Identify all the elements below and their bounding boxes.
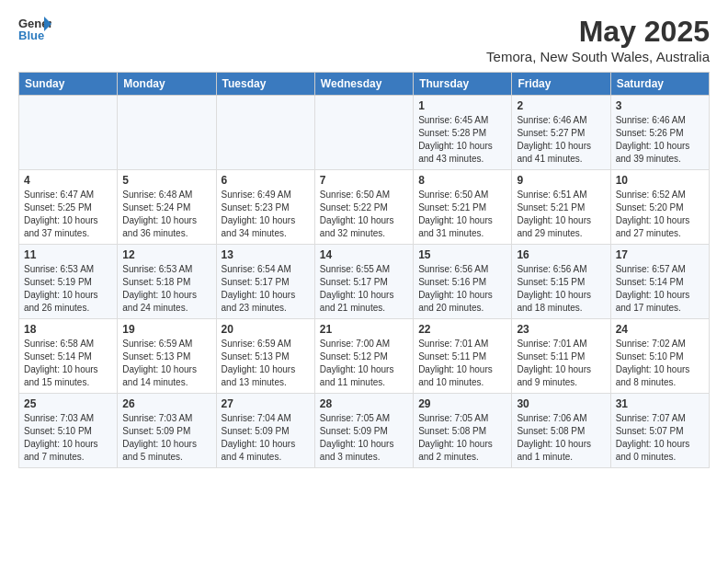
header-row: Sunday Monday Tuesday Wednesday Thursday… xyxy=(19,73,710,96)
cell-w1-d1 xyxy=(118,96,216,170)
day-info: Sunrise: 6:57 AMSunset: 5:14 PMDaylight:… xyxy=(616,263,704,315)
day-number: 26 xyxy=(122,397,210,410)
cell-w2-d3: 7Sunrise: 6:50 AMSunset: 5:22 PMDaylight… xyxy=(314,170,413,245)
cell-w1-d3 xyxy=(314,96,413,170)
day-info: Sunrise: 6:53 AMSunset: 5:19 PMDaylight:… xyxy=(24,263,112,315)
day-number: 3 xyxy=(616,99,704,112)
day-info: Sunrise: 6:55 AMSunset: 5:17 PMDaylight:… xyxy=(320,263,408,315)
day-number: 11 xyxy=(24,248,112,261)
col-thursday: Thursday xyxy=(414,73,512,96)
day-info: Sunrise: 6:47 AMSunset: 5:25 PMDaylight:… xyxy=(24,189,112,240)
cell-w5-d5: 30Sunrise: 7:06 AMSunset: 5:08 PMDayligh… xyxy=(512,394,610,468)
cell-w5-d4: 29Sunrise: 7:05 AMSunset: 5:08 PMDayligh… xyxy=(414,394,512,468)
day-number: 15 xyxy=(418,248,506,261)
cell-w4-d3: 21Sunrise: 7:00 AMSunset: 5:12 PMDayligh… xyxy=(314,319,413,394)
day-info: Sunrise: 7:07 AMSunset: 5:07 PMDaylight:… xyxy=(616,412,704,464)
day-number: 2 xyxy=(517,99,605,112)
day-info: Sunrise: 6:45 AMSunset: 5:28 PMDaylight:… xyxy=(418,114,506,166)
day-number: 20 xyxy=(222,323,310,336)
day-info: Sunrise: 6:56 AMSunset: 5:16 PMDaylight:… xyxy=(418,263,506,315)
day-info: Sunrise: 6:50 AMSunset: 5:22 PMDaylight:… xyxy=(320,189,408,240)
cell-w3-d2: 13Sunrise: 6:54 AMSunset: 5:17 PMDayligh… xyxy=(216,245,314,319)
day-info: Sunrise: 6:46 AMSunset: 5:27 PMDaylight:… xyxy=(517,114,605,166)
week-row-4: 18Sunrise: 6:58 AMSunset: 5:14 PMDayligh… xyxy=(19,319,710,394)
day-number: 6 xyxy=(222,174,310,187)
cell-w4-d2: 20Sunrise: 6:59 AMSunset: 5:13 PMDayligh… xyxy=(216,319,314,394)
col-friday: Friday xyxy=(512,73,610,96)
cell-w3-d0: 11Sunrise: 6:53 AMSunset: 5:19 PMDayligh… xyxy=(19,245,118,319)
week-row-5: 25Sunrise: 7:03 AMSunset: 5:10 PMDayligh… xyxy=(19,394,710,468)
svg-text:Blue: Blue xyxy=(18,29,44,42)
title-area: May 2025 Temora, New South Wales, Austra… xyxy=(486,15,710,64)
day-info: Sunrise: 6:59 AMSunset: 5:13 PMDaylight:… xyxy=(222,338,310,389)
day-info: Sunrise: 7:01 AMSunset: 5:11 PMDaylight:… xyxy=(418,338,506,389)
day-info: Sunrise: 6:59 AMSunset: 5:13 PMDaylight:… xyxy=(122,338,210,389)
day-info: Sunrise: 6:48 AMSunset: 5:24 PMDaylight:… xyxy=(122,189,210,240)
cell-w2-d6: 10Sunrise: 6:52 AMSunset: 5:20 PMDayligh… xyxy=(610,170,709,245)
cell-w5-d2: 27Sunrise: 7:04 AMSunset: 5:09 PMDayligh… xyxy=(216,394,314,468)
cell-w5-d0: 25Sunrise: 7:03 AMSunset: 5:10 PMDayligh… xyxy=(19,394,118,468)
day-number: 27 xyxy=(222,397,310,410)
col-tuesday: Tuesday xyxy=(216,73,314,96)
day-info: Sunrise: 6:52 AMSunset: 5:20 PMDaylight:… xyxy=(616,189,704,240)
day-number: 17 xyxy=(616,248,704,261)
day-info: Sunrise: 7:03 AMSunset: 5:10 PMDaylight:… xyxy=(24,412,112,464)
day-number: 24 xyxy=(616,323,704,336)
day-number: 18 xyxy=(24,323,112,336)
day-number: 1 xyxy=(418,99,506,112)
calendar-table: Sunday Monday Tuesday Wednesday Thursday… xyxy=(18,72,710,468)
cell-w4-d1: 19Sunrise: 6:59 AMSunset: 5:13 PMDayligh… xyxy=(118,319,216,394)
cell-w5-d1: 26Sunrise: 7:03 AMSunset: 5:09 PMDayligh… xyxy=(118,394,216,468)
day-info: Sunrise: 7:00 AMSunset: 5:12 PMDaylight:… xyxy=(320,338,408,389)
cell-w2-d0: 4Sunrise: 6:47 AMSunset: 5:25 PMDaylight… xyxy=(19,170,118,245)
cell-w1-d6: 3Sunrise: 6:46 AMSunset: 5:26 PMDaylight… xyxy=(610,96,709,170)
day-info: Sunrise: 7:02 AMSunset: 5:10 PMDaylight:… xyxy=(616,338,704,389)
cell-w2-d2: 6Sunrise: 6:49 AMSunset: 5:23 PMDaylight… xyxy=(216,170,314,245)
page-title: May 2025 xyxy=(486,15,710,49)
day-number: 23 xyxy=(517,323,605,336)
day-number: 19 xyxy=(122,323,210,336)
day-number: 7 xyxy=(320,174,408,187)
day-number: 25 xyxy=(24,397,112,410)
page-subtitle: Temora, New South Wales, Australia xyxy=(486,49,710,64)
cell-w3-d5: 16Sunrise: 6:56 AMSunset: 5:15 PMDayligh… xyxy=(512,245,610,319)
cell-w1-d0 xyxy=(19,96,118,170)
day-number: 31 xyxy=(616,397,704,410)
day-info: Sunrise: 6:50 AMSunset: 5:21 PMDaylight:… xyxy=(418,189,506,240)
col-saturday: Saturday xyxy=(610,73,709,96)
day-info: Sunrise: 6:53 AMSunset: 5:18 PMDaylight:… xyxy=(122,263,210,315)
day-info: Sunrise: 7:01 AMSunset: 5:11 PMDaylight:… xyxy=(517,338,605,389)
cell-w3-d4: 15Sunrise: 6:56 AMSunset: 5:16 PMDayligh… xyxy=(414,245,512,319)
cell-w1-d5: 2Sunrise: 6:46 AMSunset: 5:27 PMDaylight… xyxy=(512,96,610,170)
day-info: Sunrise: 7:04 AMSunset: 5:09 PMDaylight:… xyxy=(222,412,310,464)
col-sunday: Sunday xyxy=(19,73,118,96)
col-monday: Monday xyxy=(118,73,216,96)
week-row-1: 1Sunrise: 6:45 AMSunset: 5:28 PMDaylight… xyxy=(19,96,710,170)
cell-w5-d6: 31Sunrise: 7:07 AMSunset: 5:07 PMDayligh… xyxy=(610,394,709,468)
day-info: Sunrise: 6:56 AMSunset: 5:15 PMDaylight:… xyxy=(517,263,605,315)
day-number: 28 xyxy=(320,397,408,410)
cell-w5-d3: 28Sunrise: 7:05 AMSunset: 5:09 PMDayligh… xyxy=(314,394,413,468)
week-row-2: 4Sunrise: 6:47 AMSunset: 5:25 PMDaylight… xyxy=(19,170,710,245)
day-info: Sunrise: 6:51 AMSunset: 5:21 PMDaylight:… xyxy=(517,189,605,240)
day-number: 21 xyxy=(320,323,408,336)
cell-w4-d5: 23Sunrise: 7:01 AMSunset: 5:11 PMDayligh… xyxy=(512,319,610,394)
day-number: 12 xyxy=(122,248,210,261)
day-number: 4 xyxy=(24,174,112,187)
day-info: Sunrise: 7:03 AMSunset: 5:09 PMDaylight:… xyxy=(122,412,210,464)
day-number: 8 xyxy=(418,174,506,187)
cell-w3-d1: 12Sunrise: 6:53 AMSunset: 5:18 PMDayligh… xyxy=(118,245,216,319)
cell-w4-d0: 18Sunrise: 6:58 AMSunset: 5:14 PMDayligh… xyxy=(19,319,118,394)
cell-w1-d4: 1Sunrise: 6:45 AMSunset: 5:28 PMDaylight… xyxy=(414,96,512,170)
header: General Blue May 2025 Temora, New South … xyxy=(18,15,710,64)
day-number: 14 xyxy=(320,248,408,261)
day-info: Sunrise: 6:49 AMSunset: 5:23 PMDaylight:… xyxy=(222,189,310,240)
day-number: 9 xyxy=(517,174,605,187)
day-info: Sunrise: 7:05 AMSunset: 5:09 PMDaylight:… xyxy=(320,412,408,464)
cell-w2-d5: 9Sunrise: 6:51 AMSunset: 5:21 PMDaylight… xyxy=(512,170,610,245)
cell-w4-d4: 22Sunrise: 7:01 AMSunset: 5:11 PMDayligh… xyxy=(414,319,512,394)
day-number: 22 xyxy=(418,323,506,336)
day-number: 5 xyxy=(122,174,210,187)
cell-w1-d2 xyxy=(216,96,314,170)
cell-w4-d6: 24Sunrise: 7:02 AMSunset: 5:10 PMDayligh… xyxy=(610,319,709,394)
